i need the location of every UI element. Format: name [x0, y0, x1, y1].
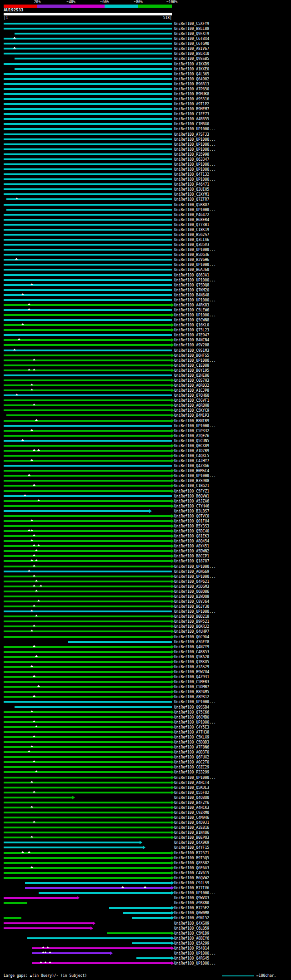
alignment-bar[interactable]: [4, 872, 172, 874]
alignment-bar[interactable]: [4, 334, 172, 336]
alignment-bar[interactable]: [4, 350, 172, 351]
alignment-bar[interactable]: [15, 58, 172, 59]
alignment-bar[interactable]: [4, 611, 172, 612]
alignment-bar[interactable]: [4, 741, 172, 743]
hit-label[interactable]: UniRef100_C4JHY7: [174, 459, 209, 463]
hit-label[interactable]: UniRef100_B2WDQ8: [174, 595, 209, 599]
alignment-bar[interactable]: [4, 761, 172, 763]
hit-label[interactable]: UniRef100_Q0TVC0: [174, 514, 209, 518]
hit-label[interactable]: UniRef100_UP1000...: [174, 143, 216, 147]
hit-label[interactable]: UniRef100_UP1000...: [174, 474, 216, 478]
hit-label[interactable]: UniRef100_Q75L23: [174, 328, 209, 332]
alignment-bar[interactable]: [4, 495, 172, 497]
alignment-bar[interactable]: [4, 399, 172, 401]
alignment-bar[interactable]: [4, 510, 150, 512]
alignment-bar[interactable]: [4, 867, 172, 869]
hit-label[interactable]: UniRef100_B1N4Q6: [174, 831, 209, 835]
alignment-bar[interactable]: [4, 897, 77, 899]
alignment-bar[interactable]: [4, 344, 172, 346]
hit-label[interactable]: UniRef100_C1MRG0: [174, 122, 209, 126]
hit-label[interactable]: UniRef100_C5LEW6: [174, 308, 209, 312]
hit-label[interactable]: UniRef100_B9W7U4: [174, 670, 209, 674]
alignment-bar[interactable]: [39, 892, 172, 894]
hit-label[interactable]: UniRef100_C8ZC29: [174, 765, 209, 769]
alignment-bar[interactable]: [4, 88, 172, 90]
hit-label[interactable]: UniRef100_A0D3T0: [174, 750, 209, 754]
hit-label[interactable]: UniRef100_Q5KA20: [174, 655, 209, 659]
hit-label[interactable]: UniRef100_C5M1D9: [174, 931, 209, 936]
hit-label[interactable]: UniRef100_A7F8N6: [174, 745, 209, 749]
alignment-bar[interactable]: [4, 148, 172, 150]
hit-label[interactable]: UniRef100_UP1000...: [174, 610, 216, 614]
hit-label[interactable]: UniRef100_A5DGM3: [174, 585, 209, 589]
hit-label[interactable]: UniRef100_UP1000...: [174, 177, 216, 182]
hit-label[interactable]: UniRef100_A9BXR0: [174, 901, 209, 905]
hit-label[interactable]: UniRef100_B77IV6: [174, 886, 209, 890]
alignment-bar[interactable]: [4, 842, 140, 843]
hit-label[interactable]: UniRef100_B8NTR9: [174, 419, 209, 423]
alignment-bar[interactable]: [4, 726, 172, 728]
hit-label[interactable]: UniRef100_A0C2T0: [174, 760, 209, 764]
hit-label[interactable]: UniRef100_B3LBS7: [174, 509, 209, 513]
alignment-bar[interactable]: [4, 566, 172, 567]
alignment-bar[interactable]: [4, 862, 172, 864]
alignment-bar[interactable]: [4, 294, 172, 296]
hit-label[interactable]: UniRef100_A4HCK3: [174, 806, 209, 810]
hit-label[interactable]: UniRef100_C5MER3: [174, 680, 209, 684]
alignment-bar[interactable]: [132, 917, 172, 919]
alignment-bar[interactable]: [4, 168, 172, 170]
hit-label[interactable]: UniRef100_Q5DC40: [174, 529, 209, 533]
alignment-bar[interactable]: [4, 802, 172, 803]
hit-label[interactable]: UniRef100_A6R032: [174, 384, 209, 388]
alignment-bar[interactable]: [4, 540, 172, 542]
alignment-bar[interactable]: [4, 460, 172, 462]
hit-label[interactable]: UniRef100_B2V6H6: [174, 258, 209, 262]
alignment-bar[interactable]: [4, 817, 172, 818]
alignment-bar[interactable]: [32, 947, 172, 949]
hit-label[interactable]: UniRef100_Q3UIH5: [174, 187, 209, 192]
alignment-bar[interactable]: [4, 355, 172, 356]
alignment-bar[interactable]: [4, 666, 172, 668]
alignment-bar[interactable]: [4, 430, 172, 432]
alignment-bar[interactable]: [4, 133, 172, 135]
hit-label[interactable]: UniRef100_A8Y451: [174, 544, 209, 548]
alignment-bar[interactable]: [4, 636, 172, 638]
hit-label[interactable]: UniRef100_UP1000...: [174, 891, 216, 895]
alignment-bar[interactable]: [4, 224, 172, 226]
alignment-bar[interactable]: [4, 229, 172, 231]
alignment-bar[interactable]: [4, 490, 172, 492]
alignment-bar[interactable]: [4, 671, 172, 673]
hit-label[interactable]: UniRef100_Q9SSB5: [174, 57, 209, 61]
hit-label[interactable]: UniRef100_UP1000...: [174, 263, 216, 267]
hit-label[interactable]: UniRef100_Q6FUX2: [174, 755, 209, 759]
hit-label[interactable]: UniRef100_P35998: [174, 153, 209, 157]
alignment-bar[interactable]: [4, 450, 172, 452]
alignment-bar[interactable]: [4, 465, 172, 467]
hit-label[interactable]: UniRef100_B0MSC4: [174, 469, 209, 473]
hit-label[interactable]: UniRef100_C5KYC9: [174, 409, 209, 413]
hit-label[interactable]: UniRef100_B9T5Q5: [174, 856, 209, 860]
hit-label[interactable]: UniRef100_UP1000...: [174, 148, 216, 152]
alignment-bar[interactable]: [4, 389, 172, 391]
hit-label[interactable]: UniRef100_C1E088: [174, 364, 209, 368]
alignment-bar[interactable]: [4, 23, 172, 25]
hit-label[interactable]: UniRef100_Q9FXT9: [174, 32, 209, 36]
alignment-bar[interactable]: [4, 324, 172, 326]
alignment-bar[interactable]: [6, 209, 172, 211]
hit-label[interactable]: UniRef100_P46471: [174, 182, 209, 187]
hit-label[interactable]: UniRef100_A9V208: [174, 343, 209, 347]
alignment-bar[interactable]: [4, 183, 172, 185]
hit-label[interactable]: UniRef100_UP1000...: [174, 424, 216, 428]
hit-label[interactable]: UniRef100_Q8SS82: [174, 861, 209, 865]
hit-label[interactable]: UniRef100_C6TBX4: [174, 37, 209, 41]
alignment-bar[interactable]: [123, 912, 172, 914]
alignment-bar[interactable]: [4, 409, 172, 411]
hit-label[interactable]: UniRef100_A6RBH8: [174, 404, 209, 408]
hit-label[interactable]: UniRef100_Q4N7Y9: [174, 645, 209, 649]
alignment-bar[interactable]: [4, 711, 172, 713]
alignment-bar[interactable]: [25, 882, 172, 884]
hit-label[interactable]: UniRef100_A8IV67: [174, 47, 209, 51]
hit-label[interactable]: UniRef100_UP1000...: [174, 720, 216, 724]
alignment-bar[interactable]: [4, 736, 172, 738]
hit-label[interactable]: UniRef100_Q01FU4: [174, 519, 209, 523]
